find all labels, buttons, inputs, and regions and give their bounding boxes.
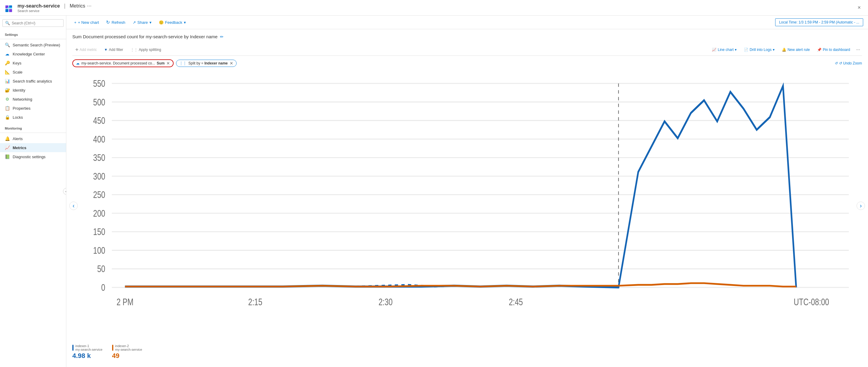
sidebar-item-locks[interactable]: 🔒 Locks <box>0 113 66 122</box>
semantic-search-label: Semantic Search (Preview) <box>13 43 60 47</box>
feedback-button[interactable]: 🙂 Feedback ▾ <box>156 19 189 26</box>
svg-text:100: 100 <box>93 245 105 256</box>
metric-pill-remove[interactable]: ✕ <box>166 61 170 65</box>
title-separator: | <box>64 3 66 9</box>
diagnostic-settings-label: Diagnostic settings <box>13 155 45 159</box>
search-traffic-label: Search traffic analytics <box>13 79 52 84</box>
add-metric-label: Add metric <box>80 48 97 52</box>
drill-dropdown-icon: ▾ <box>773 48 775 52</box>
new-alert-rule-icon: 🔔 <box>782 48 786 52</box>
legend-indexer-1-names: indexer-1 my-search-service <box>75 344 102 351</box>
share-button[interactable]: ↗ Share ▾ <box>130 19 155 26</box>
sidebar-item-scale[interactable]: 📐 Scale <box>0 67 66 77</box>
chart-nav-left-button[interactable]: ‹ <box>69 202 78 210</box>
locks-label: Locks <box>13 115 23 120</box>
share-dropdown-icon: ▾ <box>150 20 152 25</box>
legend-indexer-1-name: indexer-1 <box>75 344 102 348</box>
split-pill-text: Split by = Indexer name <box>188 61 227 65</box>
svg-text:200: 200 <box>93 208 105 219</box>
chart-nav-right-button[interactable]: › <box>857 202 865 210</box>
knowledge-center-icon: ☁ <box>5 52 10 56</box>
semantic-search-icon: 🔍 <box>5 42 10 47</box>
svg-text:300: 300 <box>93 171 105 182</box>
legend-indexer-1-value: 4.98 k <box>72 352 102 360</box>
settings-section-label: Settings <box>0 30 66 38</box>
line-chart-dropdown-icon: ▾ <box>735 48 737 52</box>
chart-title-bar: Sum Document processed count for my-sear… <box>72 34 862 39</box>
title-left: my-search-service | Metrics ··· Search s… <box>5 3 92 13</box>
apply-splitting-button[interactable]: ⋮⋮ Apply splitting <box>127 47 164 53</box>
pin-to-dashboard-icon: 📌 <box>817 48 822 52</box>
chart-title-text: Sum Document processed count for my-sear… <box>72 34 218 39</box>
svg-text:150: 150 <box>93 227 105 238</box>
svg-rect-2 <box>5 9 8 12</box>
collapse-button[interactable]: « <box>63 188 66 195</box>
legend-indexer-2-value: 49 <box>112 352 142 360</box>
service-subtitle: Search service <box>18 9 92 13</box>
svg-text:UTC-08:00: UTC-08:00 <box>794 297 829 307</box>
sidebar-item-keys[interactable]: 🔑 Keys <box>0 58 66 67</box>
new-chart-button[interactable]: + + New chart <box>71 19 102 26</box>
add-filter-button[interactable]: ▼ Add filter <box>101 47 126 53</box>
pin-to-dashboard-label: Pin to dashboard <box>823 48 850 52</box>
new-alert-rule-button[interactable]: 🔔 New alert rule <box>779 47 813 53</box>
chart-wrapper: ‹ › .grid-line { stroke: #e8e8e8; stroke… <box>72 71 862 340</box>
chart-container: Sum Document processed count for my-sear… <box>66 29 868 367</box>
refresh-label: Refresh <box>112 20 125 25</box>
sidebar-item-diagnostic-settings[interactable]: 📗 Diagnostic settings <box>0 152 66 161</box>
split-pill-icon: ⋮⋮ <box>179 61 187 65</box>
svg-text:450: 450 <box>93 115 105 126</box>
line-chart-button[interactable]: 📈 Line chart ▾ <box>709 47 740 53</box>
new-alert-rule-label: New alert rule <box>787 48 810 52</box>
sidebar-item-knowledge-center[interactable]: ☁ Knowledge Center <box>0 50 66 58</box>
metrics-more-button[interactable]: ··· <box>855 46 862 54</box>
svg-text:350: 350 <box>93 152 105 163</box>
sidebar-item-properties[interactable]: 📋 Properties <box>0 104 66 113</box>
line-chart-label: Line chart <box>718 48 734 52</box>
pin-to-dashboard-button[interactable]: 📌 Pin to dashboard <box>814 47 853 53</box>
sidebar-item-metrics[interactable]: 📈 Metrics <box>0 143 66 152</box>
split-pill-remove[interactable]: ✕ <box>230 61 233 65</box>
metrics-icon: 📈 <box>5 145 10 150</box>
search-box[interactable]: 🔍 <box>2 19 64 27</box>
metrics-toolbar: ✚ Add metric ▼ Add filter ⋮⋮ Apply split… <box>72 44 862 56</box>
add-metric-button[interactable]: ✚ Add metric <box>72 47 100 53</box>
sidebar-item-identity[interactable]: 🔐 Identity <box>0 86 66 95</box>
drill-into-logs-icon: 📄 <box>744 48 748 52</box>
networking-icon: ⚙ <box>5 97 10 101</box>
new-chart-icon: + <box>74 20 76 25</box>
split-pill[interactable]: ⋮⋮ Split by = Indexer name ✕ <box>176 60 236 67</box>
add-metric-icon: ✚ <box>75 48 79 52</box>
search-input[interactable] <box>12 21 61 25</box>
new-chart-label: + New chart <box>78 20 99 25</box>
refresh-button[interactable]: ↻ Refresh <box>103 18 128 27</box>
sidebar-item-alerts[interactable]: 🔔 Alerts <box>0 134 66 143</box>
sidebar-item-semantic-search[interactable]: 🔍 Semantic Search (Preview) <box>0 40 66 50</box>
legend-indexer-2-names: indexer-2 my-search-service <box>115 344 142 351</box>
legend-item-indexer-1: indexer-1 my-search-service 4.98 k <box>72 344 102 360</box>
metric-pill-text: my-search-service. Document processed co… <box>82 61 155 65</box>
close-button[interactable]: × <box>855 3 863 12</box>
svg-text:0: 0 <box>101 282 105 293</box>
service-name: my-search-service <box>18 3 60 9</box>
svg-text:50: 50 <box>97 264 105 275</box>
undo-zoom-button[interactable]: ↺ ↺ Undo Zoom <box>835 61 862 65</box>
edit-chart-icon[interactable]: ✏ <box>220 34 224 39</box>
svg-rect-3 <box>9 9 12 12</box>
apply-splitting-label: Apply splitting <box>139 48 161 52</box>
title-bar: my-search-service | Metrics ··· Search s… <box>0 0 868 16</box>
drill-into-logs-button[interactable]: 📄 Drill into Logs ▾ <box>741 47 778 53</box>
title-text: my-search-service | Metrics ··· Search s… <box>18 3 92 13</box>
filter-row: ☁ my-search-service. Document processed … <box>72 59 862 67</box>
metric-pill[interactable]: ☁ my-search-service. Document processed … <box>72 59 174 67</box>
sidebar-item-networking[interactable]: ⚙ Networking <box>0 95 66 104</box>
indexer-2-color-bar <box>112 345 113 351</box>
feedback-icon: 🙂 <box>159 20 164 25</box>
svg-text:500: 500 <box>93 97 105 108</box>
time-range-button[interactable]: Local Time: 1/3 1:59 PM - 2:59 PM (Autom… <box>775 19 863 26</box>
sidebar-item-search-traffic[interactable]: 📊 Search traffic analytics <box>0 77 66 86</box>
metric-pill-badge: Sum <box>157 61 164 65</box>
more-button[interactable]: ··· <box>87 3 92 9</box>
svg-text:250: 250 <box>93 189 105 200</box>
keys-icon: 🔑 <box>5 61 10 65</box>
